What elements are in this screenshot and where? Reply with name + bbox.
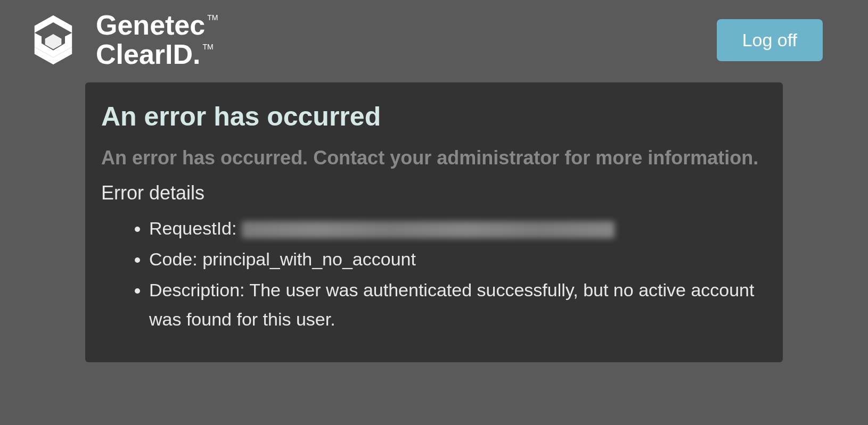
- genetec-logo-icon: [21, 8, 85, 72]
- error-details-heading: Error details: [101, 182, 767, 204]
- trademark-symbol: TM: [207, 14, 218, 22]
- logo-line-2: ClearID.: [96, 40, 201, 69]
- request-id-label: RequestId:: [149, 218, 242, 238]
- error-description-item: Description: The user was authenticated …: [149, 276, 767, 334]
- error-title: An error has occurred: [101, 101, 767, 132]
- error-request-id-item: RequestId:: [149, 214, 767, 243]
- description-label: Description:: [149, 280, 249, 300]
- logo-text: Genetec TM ClearID. TM: [96, 11, 218, 69]
- logo-line-1: Genetec: [96, 11, 205, 40]
- page-header: Genetec TM ClearID. TM Log off: [0, 0, 868, 80]
- logoff-button[interactable]: Log off: [717, 19, 823, 61]
- trademark-symbol: TM: [203, 43, 214, 51]
- error-details-list: RequestId: Code: principal_with_no_accou…: [101, 214, 767, 334]
- error-code-item: Code: principal_with_no_account: [149, 245, 767, 273]
- error-subtitle: An error has occurred. Contact your admi…: [101, 145, 767, 171]
- error-panel: An error has occurred An error has occur…: [85, 82, 783, 362]
- code-label: Code:: [149, 249, 202, 269]
- code-value: principal_with_no_account: [202, 249, 416, 269]
- logo-container: Genetec TM ClearID. TM: [21, 8, 218, 72]
- request-id-value-redacted: [242, 221, 615, 238]
